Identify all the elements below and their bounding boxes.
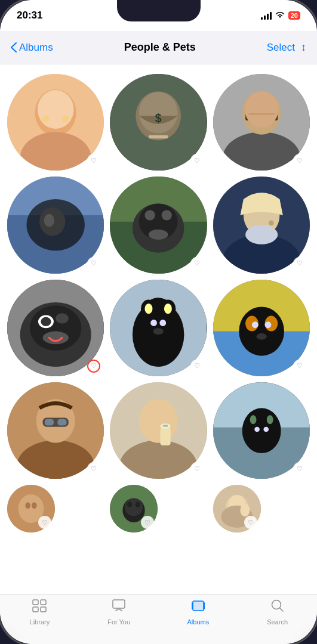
foryou-icon (112, 599, 126, 616)
svg-rect-99 (41, 607, 46, 612)
svg-point-79 (266, 415, 273, 424)
svg-point-89 (127, 502, 133, 508)
heart-button[interactable]: ♡ (87, 462, 100, 475)
albums-icon (191, 599, 205, 616)
search-icon (271, 599, 284, 616)
svg-point-81 (263, 427, 269, 432)
page-title: People & Pets (124, 41, 196, 54)
svg-point-35 (269, 221, 274, 226)
heart-button[interactable]: ♡ (190, 360, 204, 373)
tab-search-label: Search (267, 618, 288, 626)
svg-point-51 (160, 320, 167, 326)
heart-button[interactable]: ♡ (190, 154, 204, 167)
tab-search[interactable]: Search (238, 599, 317, 626)
tab-albums[interactable]: Albums (159, 599, 238, 626)
svg-rect-65 (45, 419, 54, 426)
photo-grid: ♡ $ ♡ (7, 74, 310, 532)
nav-bar: Albums People & Pets Select ↕ (0, 31, 317, 64)
tab-library-label: Library (30, 618, 50, 626)
list-item[interactable]: ♡ (7, 382, 104, 479)
battery-icon: 20 (288, 11, 300, 20)
heart-button[interactable]: ♡ (141, 516, 154, 529)
svg-point-41 (56, 313, 69, 323)
svg-rect-70 (161, 428, 171, 445)
heart-button[interactable]: ♡ (293, 154, 306, 167)
svg-point-34 (245, 225, 278, 244)
tab-bar: Library For You (0, 594, 317, 644)
photo-grid-container: ♡ $ ♡ (0, 64, 317, 594)
back-button[interactable]: Albums (11, 42, 53, 54)
notch (117, 0, 201, 21)
list-item[interactable]: ♡ (213, 485, 261, 532)
svg-point-48 (145, 304, 153, 314)
svg-rect-104 (204, 602, 205, 609)
svg-rect-101 (193, 601, 204, 611)
svg-point-105 (272, 600, 281, 609)
list-item[interactable]: ♡ (110, 382, 207, 479)
phone-screen: 20:31 20 (0, 0, 317, 644)
svg-point-59 (264, 321, 271, 328)
svg-point-3 (38, 90, 74, 129)
svg-point-75 (242, 408, 281, 453)
heart-button[interactable]: ♡ (190, 462, 204, 475)
svg-rect-97 (41, 600, 46, 605)
list-item[interactable]: ♡ (110, 485, 158, 532)
heart-button[interactable]: ♡ (244, 516, 257, 529)
tab-for-you[interactable]: For You (79, 599, 159, 626)
list-item[interactable]: ♡ (110, 280, 207, 376)
list-item[interactable]: ♡ (213, 382, 310, 479)
svg-rect-103 (192, 602, 193, 609)
select-button[interactable]: Select (267, 42, 295, 54)
svg-rect-96 (33, 600, 38, 605)
back-label: Albums (19, 42, 53, 54)
svg-point-84 (25, 503, 30, 509)
svg-point-42 (43, 331, 69, 344)
svg-point-16 (245, 91, 278, 128)
nav-actions: Select ↕ (267, 41, 306, 54)
sort-button[interactable]: ↕ (301, 41, 306, 54)
heart-button[interactable]: ♡ (293, 257, 306, 270)
heart-button[interactable]: ♡ (190, 257, 204, 270)
svg-point-50 (151, 320, 158, 326)
svg-point-5 (62, 116, 69, 122)
list-item[interactable]: ♡ (7, 74, 104, 171)
signal-icon (261, 11, 272, 20)
svg-point-69 (139, 399, 178, 443)
status-icons: 20 (261, 11, 300, 20)
wifi-icon (275, 11, 285, 20)
list-item[interactable]: ♡ (7, 280, 104, 376)
svg-rect-72 (163, 425, 168, 426)
heart-button[interactable]: ♡ (38, 516, 51, 529)
heart-button[interactable]: ♡ (87, 154, 100, 167)
list-item[interactable]: $ ♡ (110, 74, 207, 171)
svg-point-4 (43, 116, 50, 122)
list-item[interactable]: ♡ (213, 280, 310, 376)
svg-rect-66 (57, 419, 66, 426)
tab-library[interactable]: Library (0, 599, 79, 626)
list-item[interactable]: ♡ (110, 177, 207, 273)
svg-point-30 (149, 230, 168, 240)
svg-point-95 (240, 504, 250, 516)
svg-point-55 (239, 306, 284, 355)
svg-point-85 (32, 503, 37, 509)
svg-point-78 (250, 415, 256, 424)
heart-button-highlighted[interactable]: ♡ (87, 360, 100, 373)
list-item[interactable]: ♡ (7, 177, 104, 273)
svg-point-60 (256, 333, 266, 339)
svg-point-80 (254, 427, 260, 432)
library-icon (32, 599, 47, 616)
heart-button[interactable]: ♡ (87, 257, 100, 270)
svg-point-28 (145, 210, 155, 221)
svg-point-22 (44, 214, 54, 227)
heart-button[interactable]: ♡ (293, 360, 306, 373)
list-item[interactable]: ♡ (7, 485, 55, 532)
svg-rect-9 (149, 135, 168, 138)
svg-rect-98 (33, 607, 38, 612)
list-item[interactable]: ♡ (213, 74, 310, 171)
svg-text:$: $ (155, 112, 162, 125)
svg-point-40 (41, 317, 51, 326)
heart-button[interactable]: ♡ (293, 462, 306, 475)
phone-frame: 20:31 20 (0, 0, 317, 644)
list-item[interactable]: ♡ (213, 177, 310, 273)
svg-point-88 (125, 499, 143, 516)
